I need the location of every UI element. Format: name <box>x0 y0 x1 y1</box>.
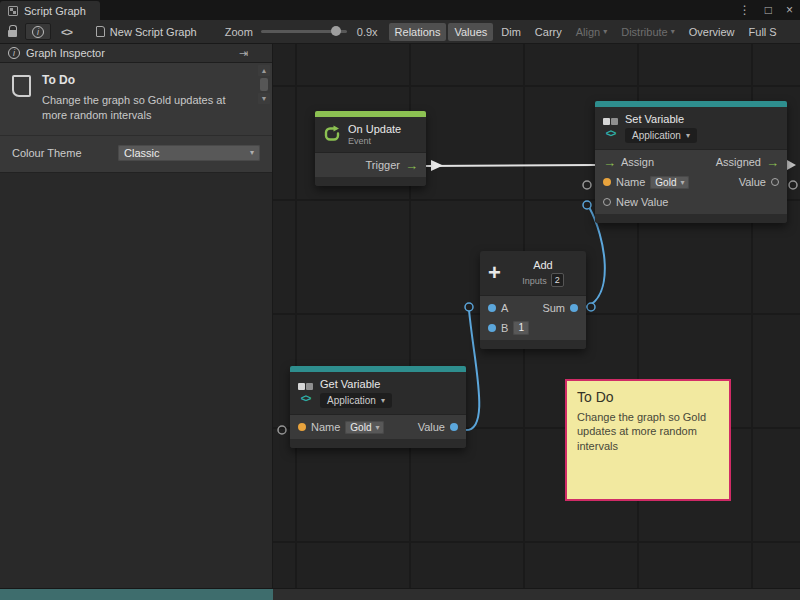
string-port-dot[interactable] <box>298 423 306 431</box>
graph-title-label[interactable]: New Script Graph <box>110 26 197 38</box>
variable-scope-value: Application <box>327 395 376 406</box>
node-get-variable[interactable]: <> Get Variable Application ▾ Name <box>290 366 466 448</box>
node-footer <box>290 439 466 448</box>
number-port-dot[interactable] <box>488 324 496 332</box>
values-toggle[interactable]: Values <box>448 23 493 41</box>
node-header: On Update Event <box>315 117 426 152</box>
node-footer <box>595 214 787 223</box>
fullscreen-button[interactable]: Full S <box>743 23 783 41</box>
value-port-dot[interactable] <box>771 178 779 186</box>
port-label-sum: Sum <box>542 302 565 314</box>
assigned-out-port[interactable] <box>787 160 796 170</box>
port-row-b: B 1 <box>480 318 586 338</box>
name-in-port[interactable] <box>278 426 286 434</box>
colour-theme-label: Colour Theme <box>12 147 112 159</box>
tab-bar: Script Graph ⋮ □ × <box>0 0 800 20</box>
port-label-a: A <box>501 302 508 314</box>
scrollbar-thumb[interactable] <box>260 78 268 91</box>
b-value-input[interactable]: 1 <box>513 321 529 335</box>
sum-out-port[interactable] <box>587 303 595 311</box>
colour-theme-value: Classic <box>124 147 159 159</box>
align-dropdown[interactable]: Align ▾ <box>570 23 613 41</box>
string-port-dot[interactable] <box>603 178 611 186</box>
todo-text: Change the graph so Gold updates at more… <box>42 93 248 123</box>
info-button[interactable]: i <box>25 23 51 40</box>
colour-theme-row: Colour Theme Classic ▾ <box>0 136 272 173</box>
flow-out-port[interactable]: → <box>766 156 779 169</box>
new-value-in-port[interactable] <box>583 201 591 209</box>
node-set-variable[interactable]: <> Set Variable Application ▾ → Assign <box>595 101 787 223</box>
node-header: <> Get Variable Application ▾ <box>290 372 466 414</box>
info-icon: i <box>32 26 44 38</box>
flow-out-port[interactable]: → <box>405 159 418 172</box>
node-titles: Get Variable Application ▾ <box>320 378 392 408</box>
distribute-dropdown[interactable]: Distribute ▾ <box>615 23 680 41</box>
name-in-port[interactable] <box>583 181 591 189</box>
graph-canvas[interactable]: On Update Event Trigger → <box>273 44 800 588</box>
variable-scope-value: Application <box>632 130 681 141</box>
dock-icon[interactable]: ⇥ <box>239 47 264 60</box>
number-port-dot[interactable] <box>488 304 496 312</box>
horizontal-scrollbar-track[interactable] <box>273 589 800 600</box>
variable-icon <box>298 383 313 390</box>
chevron-down-icon: ▾ <box>680 178 684 187</box>
close-icon[interactable]: × <box>779 0 800 20</box>
sticky-note[interactable]: To Do Change the graph so Gold updates a… <box>565 379 731 501</box>
overview-button[interactable]: Overview <box>683 23 741 41</box>
tab-script-graph[interactable]: Script Graph <box>0 1 100 20</box>
inspector-scrollbar[interactable]: ▲ ▼ <box>258 65 270 104</box>
node-titles: Set Variable Application ▾ <box>625 113 697 143</box>
relations-toggle[interactable]: Relations <box>389 23 447 41</box>
scroll-up-icon[interactable]: ▲ <box>258 65 270 76</box>
node-ports: Trigger → <box>315 152 426 177</box>
horizontal-scrollbar-thumb[interactable] <box>0 589 273 600</box>
a-in-port[interactable] <box>465 303 473 311</box>
number-port-dot[interactable] <box>450 423 458 431</box>
variable-icon <box>603 118 618 125</box>
loop-arrow-icon <box>323 125 341 145</box>
scroll-down-icon[interactable]: ▼ <box>258 93 270 104</box>
port-label-name: Name <box>311 421 340 433</box>
sticky-note-icon <box>12 75 31 97</box>
flow-in-port[interactable]: → <box>603 156 616 169</box>
port-label-trigger: Trigger <box>366 159 400 171</box>
colour-theme-dropdown[interactable]: Classic ▾ <box>118 145 260 161</box>
wire-value-to-a[interactable] <box>464 310 479 430</box>
number-port-dot[interactable] <box>570 304 578 312</box>
zoom-slider-handle[interactable] <box>331 26 341 36</box>
code-icon[interactable]: <> <box>61 26 72 38</box>
dim-toggle[interactable]: Dim <box>495 23 527 41</box>
new-value-port-dot[interactable] <box>603 198 611 206</box>
wire-arrowhead <box>431 160 443 171</box>
port-row-assign: → Assign Assigned → <box>595 152 787 172</box>
variable-scope-dropdown[interactable]: Application ▾ <box>320 393 392 408</box>
node-title: Add <box>508 259 578 271</box>
wire-trigger-to-assign[interactable] <box>426 165 595 166</box>
kebab-menu-icon[interactable]: ⋮ <box>732 0 758 20</box>
todo-summary: To Do Change the graph so Gold updates a… <box>0 63 272 136</box>
variable-scope-dropdown[interactable]: Application ▾ <box>625 128 697 143</box>
variable-name-dropdown[interactable]: Gold ▾ <box>345 421 384 434</box>
node-ports: Name Gold ▾ Value <box>290 414 466 439</box>
zoom-slider[interactable] <box>261 30 347 33</box>
chevron-down-icon: ▾ <box>671 27 675 36</box>
carry-toggle[interactable]: Carry <box>529 23 568 41</box>
inputs-count-badge[interactable]: 2 <box>551 273 564 287</box>
variable-name-dropdown[interactable]: Gold ▾ <box>650 176 689 189</box>
node-ports: A Sum B 1 <box>480 295 586 340</box>
lock-icon[interactable] <box>8 30 17 37</box>
node-title: Set Variable <box>625 113 697 125</box>
code-icon: <> <box>301 393 311 404</box>
code-icon: <> <box>606 128 616 139</box>
value-out-port[interactable] <box>789 181 797 189</box>
node-icon-column: <> <box>298 383 313 404</box>
align-label: Align <box>576 26 600 38</box>
graph-inspector-panel: i Graph Inspector ⇥ ▲ ▼ To Do Change the… <box>0 44 273 588</box>
maximize-icon[interactable]: □ <box>758 0 779 20</box>
chevron-down-icon: ▾ <box>603 27 607 36</box>
node-icon-column: <> <box>603 118 618 139</box>
node-on-update[interactable]: On Update Event Trigger → <box>315 111 426 186</box>
chevron-down-icon: ▾ <box>375 423 379 432</box>
node-add[interactable]: + Add Inputs 2 A Sum <box>480 251 586 349</box>
sticky-note-title: To Do <box>577 389 719 405</box>
